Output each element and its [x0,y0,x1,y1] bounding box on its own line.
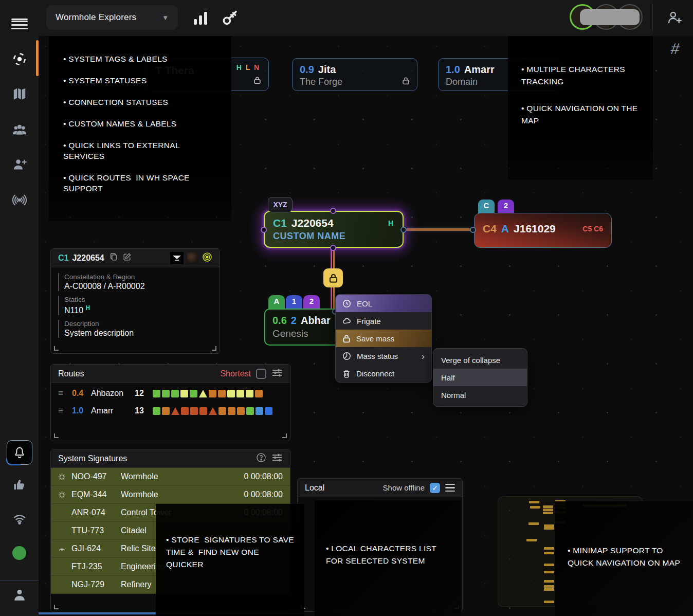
system-node-c4[interactable]: C4 A J161029 C5 C6 [474,213,612,248]
connection-dot[interactable] [330,208,336,214]
copy-icon[interactable] [110,252,118,263]
trash-icon [342,369,351,378]
route-step-square [162,407,170,415]
left-sidebar [0,0,39,616]
system-image [187,252,198,264]
menu-item-disconnect[interactable]: Disconnect [336,365,431,382]
minimap-system-marker[interactable] [543,505,553,508]
broadcast-icon[interactable] [11,191,28,209]
minimap-system-marker[interactable] [526,539,537,541]
routes-title: Routes [58,369,84,378]
minimap-system-marker[interactable] [544,564,554,566]
annotation-store-signatures: • STORE SIGNATURES TO SAVE TIME & FIND N… [156,504,304,616]
key-icon[interactable] [222,7,239,29]
menu-item-save-mass[interactable]: Save mass [336,330,431,347]
menu-item-frigate[interactable]: Frigate [336,312,431,330]
minimap-system-marker[interactable] [544,552,554,554]
workspace-selector[interactable]: Wormhole Explorers ▼ [46,5,178,30]
submenu-item-verge[interactable]: Verge of collapse [433,351,527,369]
route-row[interactable]: ≡ 1.0 Amarr 13 [51,404,290,418]
resize-corner[interactable] [212,346,216,351]
wh-class: C1 [58,253,68,263]
add-person-icon[interactable] [11,156,28,173]
minimap-system-marker[interactable] [544,571,554,573]
minimap-system-marker[interactable] [544,580,554,583]
route-row[interactable]: ≡ 0.4 Ahbazon 12 [51,386,290,401]
shortest-checkbox[interactable] [256,369,266,379]
route-step-square [265,407,272,415]
characters-group-icon[interactable] [11,121,28,139]
submenu-item-normal[interactable]: Normal [433,386,527,404]
add-character-icon[interactable] [666,9,683,28]
wifi-icon[interactable] [11,510,28,528]
route-step-square [246,390,253,397]
connection-dot[interactable] [261,227,267,233]
annotation-features: • SYSTEM TAGS & LABELS• SYSTEM STATUSES•… [49,36,231,221]
minimap-system-marker[interactable] [528,522,539,525]
region-name: The Forge [300,77,342,87]
menu-item-mass-status[interactable]: Mass status › [336,347,431,365]
sort-shortest-label[interactable]: Shortest [220,369,251,378]
menu-icon[interactable] [11,10,28,28]
signature-id: FTJ-235 [71,562,121,571]
wormhole-connection[interactable] [406,228,472,231]
signature-id: NOO-497 [71,472,121,481]
help-icon[interactable] [256,452,266,465]
signature-row[interactable]: EQM-344Wormhole0 00:08:00 [51,486,290,504]
region-name: Domain [446,77,478,87]
focus-tracking-icon[interactable] [11,50,28,68]
annotation-tracking: • MULTIPLE CHARACTERS TRACKING • QUICK N… [508,33,653,180]
drag-handle-icon[interactable]: ≡ [58,388,67,398]
connection-dot[interactable] [470,227,476,233]
custom-tag[interactable]: XYZ [268,197,293,212]
minimap-system-marker[interactable] [529,501,539,503]
connection-dot[interactable] [330,245,336,251]
connection-lock-badge[interactable] [323,268,343,287]
active-indicator [36,40,39,76]
minimap-system-marker[interactable] [544,547,554,550]
minimap-system-marker[interactable] [544,585,554,588]
signature-group: Wormhole [121,472,244,481]
profile-icon[interactable] [11,586,28,604]
drag-handle-icon[interactable]: ≡ [58,406,67,416]
system-node-jita[interactable]: 0.9 Jita The Forge [292,58,417,91]
signature-row[interactable]: NOO-497Wormhole0 00:08:00 [51,468,290,486]
minimap-system-marker[interactable] [544,588,554,591]
annotation-local-list: • LOCAL CHARACTERS LIST FOR SELECTED SYS… [315,500,461,616]
resize-corner[interactable] [54,346,59,351]
route-step-square [236,390,244,397]
status-online-dot [12,546,26,560]
wh-class: C4 [483,223,497,235]
local-menu-icon[interactable] [445,484,455,492]
thumbs-up-icon[interactable] [11,476,28,493]
show-offline-checkbox[interactable]: ✓ [430,483,440,493]
header-bar: Wormhole Explorers ▼ [39,0,693,36]
signature-id: TTU-773 [71,526,121,535]
header-divider [652,4,653,32]
statics-tags: H L N [236,63,260,71]
stats-icon[interactable] [194,11,207,25]
route-step-square [256,407,263,415]
static-badge: H [388,219,393,227]
notifications-button[interactable] [7,440,32,465]
map-icon[interactable] [11,85,28,103]
system-node-c1[interactable]: C1 J220654 H CUSTOM NAME [264,211,404,248]
connection-dot[interactable] [400,227,407,233]
routes-settings-icon[interactable] [271,368,283,380]
route-step-square [162,390,170,397]
minimap-system-marker[interactable] [530,506,540,509]
feature-item: • SYSTEM TAGS & LABELS [63,53,219,64]
minimap-system-marker[interactable] [543,509,553,511]
minimap-system-marker[interactable] [543,512,553,514]
route-step-square [227,390,235,397]
signatures-settings-icon[interactable] [271,452,283,465]
submenu-item-half[interactable]: Half [433,369,527,386]
menu-item-eol[interactable]: EOL [336,295,431,312]
minimap-system-marker[interactable] [544,601,554,603]
connection-context-menu: EOL Frigate Save mass Mass status › Disc… [335,294,432,383]
resize-corner[interactable] [54,433,59,438]
resize-corner[interactable] [282,433,287,438]
resize-corner[interactable] [54,605,59,609]
edit-icon[interactable] [123,252,132,263]
minimap-system-marker[interactable] [544,527,554,530]
